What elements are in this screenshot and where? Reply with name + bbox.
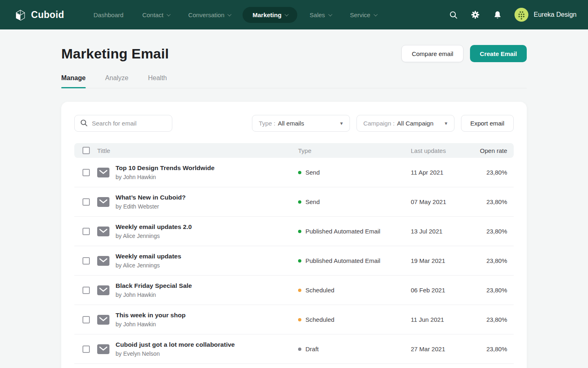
envelope-icon xyxy=(97,344,109,354)
brand[interactable]: Cuboid xyxy=(15,9,64,21)
avatar xyxy=(514,8,528,22)
status-label: Published Automated Email xyxy=(305,257,380,264)
nav-item-sales[interactable]: Sales xyxy=(303,7,338,23)
chevron-down-icon xyxy=(167,12,171,16)
status-dot xyxy=(298,259,301,263)
status-label: Draft xyxy=(305,346,319,352)
email-author: by Edith Webster xyxy=(116,203,186,210)
row-checkbox[interactable] xyxy=(82,346,90,353)
status-label: Scheduled xyxy=(305,287,334,294)
nav-item-contact[interactable]: Contact xyxy=(136,7,176,23)
envelope-icon xyxy=(97,197,109,207)
last-updated-date: 06 Feb 2021 xyxy=(411,287,474,294)
row-checkbox[interactable] xyxy=(82,228,90,235)
open-rate-value: 23,80% xyxy=(474,198,514,205)
top-navbar: Cuboid Dashboard Contact Conversation Ma… xyxy=(0,0,588,29)
search-icon xyxy=(80,119,88,128)
open-rate-value: 23,80% xyxy=(474,169,514,176)
envelope-icon xyxy=(97,168,109,177)
open-rate-value: 23,80% xyxy=(474,228,514,235)
type-filter-dropdown[interactable]: Type : All emails xyxy=(252,115,350,132)
main-nav: Dashboard Contact Conversation Marketing… xyxy=(87,7,383,23)
tab-manage[interactable]: Manage xyxy=(61,74,86,88)
row-checkbox[interactable] xyxy=(82,257,90,265)
row-checkbox[interactable] xyxy=(82,169,90,176)
email-author: by Alice Jennings xyxy=(116,233,192,239)
nav-item-marketing[interactable]: Marketing xyxy=(243,7,297,23)
create-email-button[interactable]: Create Email xyxy=(470,45,527,62)
gear-icon[interactable] xyxy=(470,10,480,20)
export-email-button[interactable]: Export email xyxy=(461,115,514,132)
open-rate-value: 23,80% xyxy=(474,346,514,352)
email-title: Top 10 Design Trends Worldwide xyxy=(116,164,214,172)
table-row[interactable]: Top 10 Design Trends Worldwide by John H… xyxy=(74,158,514,187)
table-row[interactable]: Cuboid just got a lot more collaborative… xyxy=(74,334,514,364)
nav-item-service[interactable]: Service xyxy=(343,7,383,23)
column-header-type: Type xyxy=(298,147,411,154)
email-author: by John Hawkin xyxy=(116,174,214,180)
row-checkbox[interactable] xyxy=(82,316,90,323)
table-row[interactable]: This week in your shop by John Hawkin Sc… xyxy=(74,305,514,334)
account-name: Eureka Design xyxy=(534,11,577,18)
search-input[interactable] xyxy=(74,115,172,132)
status-dot xyxy=(298,348,301,351)
table-row[interactable]: Weekly email updates by Alice Jennings P… xyxy=(74,246,514,276)
compare-email-button[interactable]: Compare email xyxy=(401,45,463,62)
chevron-down-icon xyxy=(285,12,289,16)
last-updated-date: 07 May 2021 xyxy=(411,198,474,205)
chevron-down-icon xyxy=(227,12,232,16)
bell-icon[interactable] xyxy=(492,10,502,20)
row-checkbox[interactable] xyxy=(82,287,90,294)
nav-item-conversation[interactable]: Conversation xyxy=(182,7,237,23)
chevron-down-icon xyxy=(328,12,332,16)
tab-bar: Manage Analyze Health xyxy=(61,74,527,88)
email-title: Weekly email updates xyxy=(116,253,181,260)
email-title: This week in your shop xyxy=(116,312,185,319)
email-search xyxy=(74,115,172,132)
envelope-icon xyxy=(97,256,109,266)
status-dot xyxy=(298,171,301,174)
email-title: Weekly email updates 2.0 xyxy=(116,223,192,231)
status-label: Send xyxy=(305,198,320,205)
envelope-icon xyxy=(97,285,109,295)
column-header-title: Tittle xyxy=(97,147,298,154)
row-checkbox[interactable] xyxy=(82,198,90,206)
nav-item-dashboard[interactable]: Dashboard xyxy=(87,7,130,23)
status-dot xyxy=(298,230,301,233)
page-title: Marketing Email xyxy=(61,46,169,62)
campaign-filter-dropdown[interactable]: Campaign : All Campaign xyxy=(356,115,454,132)
email-author: by Alice Jennings xyxy=(116,262,181,269)
tab-analyze[interactable]: Analyze xyxy=(105,74,129,88)
select-all-checkbox[interactable] xyxy=(82,147,90,154)
cuboid-logo-icon xyxy=(15,9,26,21)
search-icon[interactable] xyxy=(448,10,458,20)
account-menu[interactable]: Eureka Design xyxy=(514,8,577,22)
last-updated-date: 13 Jul 2021 xyxy=(411,228,474,235)
envelope-icon xyxy=(97,227,109,236)
dropdown-caret-icon xyxy=(340,120,343,126)
status-dot xyxy=(298,200,301,204)
table-body: Top 10 Design Trends Worldwide by John H… xyxy=(74,158,514,364)
brand-name: Cuboid xyxy=(31,9,64,20)
status-label: Scheduled xyxy=(305,316,334,323)
envelope-icon xyxy=(97,315,109,325)
dropdown-caret-icon xyxy=(445,120,448,126)
email-title: Cuboid just got a lot more collaborative xyxy=(116,341,235,348)
status-dot xyxy=(298,318,301,321)
email-list-card: Type : All emails Campaign : All Campaig… xyxy=(61,102,527,368)
table-row[interactable]: Black Friday Special Sale by John Hawkin… xyxy=(74,276,514,305)
email-author: by John Hawkin xyxy=(116,292,192,298)
table-row[interactable]: Weekly email updates 2.0 by Alice Jennin… xyxy=(74,217,514,246)
tab-health[interactable]: Health xyxy=(148,74,167,88)
email-author: by John Hawkin xyxy=(116,321,185,328)
open-rate-value: 23,80% xyxy=(474,287,514,294)
last-updated-date: 11 Jun 2021 xyxy=(411,316,474,323)
open-rate-value: 23,80% xyxy=(474,316,514,323)
column-header-updated: Last updates xyxy=(411,147,474,154)
email-table: Tittle Type Last updates Open rate Top 1… xyxy=(74,143,514,364)
table-row[interactable]: What’s New in Cuboid? by Edith Webster S… xyxy=(74,187,514,217)
table-header-row: Tittle Type Last updates Open rate xyxy=(74,143,514,158)
email-author: by Evelyn Nelson xyxy=(116,350,235,357)
column-header-open-rate: Open rate xyxy=(474,147,514,154)
email-title: Black Friday Special Sale xyxy=(116,282,192,289)
